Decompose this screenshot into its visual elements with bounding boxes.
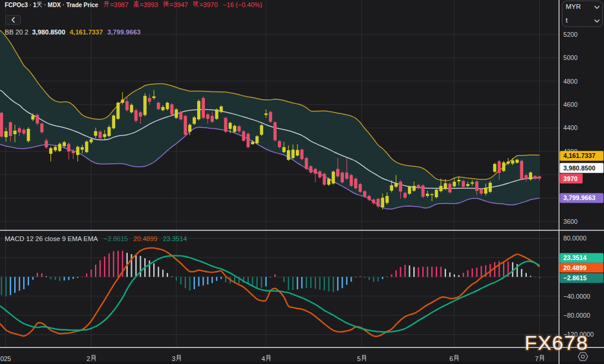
svg-text:3,980.8500: 3,980.8500	[564, 164, 596, 172]
svg-text:3: 3	[172, 355, 175, 362]
svg-text:·: ·	[42, 2, 48, 8]
svg-text:=3993: =3993	[140, 1, 158, 8]
svg-text:Trade Price: Trade Price	[66, 2, 98, 8]
svg-text:3,799.9663: 3,799.9663	[107, 29, 141, 36]
svg-text:FCPOc3: FCPOc3	[5, 2, 28, 8]
svg-text:·: ·	[28, 2, 33, 8]
svg-text:20.4899: 20.4899	[564, 264, 587, 271]
svg-text:5200: 5200	[564, 31, 578, 38]
svg-text:2025: 2025	[0, 355, 11, 362]
svg-text:6: 6	[450, 355, 453, 362]
svg-text:5000: 5000	[564, 54, 578, 61]
svg-text:3,799.9663: 3,799.9663	[564, 194, 596, 201]
svg-text:4,161.7337: 4,161.7337	[564, 152, 596, 159]
svg-text:−16 (−0.40%): −16 (−0.40%)	[223, 1, 263, 8]
svg-text:20.4899: 20.4899	[134, 235, 157, 242]
svg-text:7: 7	[535, 355, 539, 362]
svg-text:·: ·	[61, 2, 67, 8]
svg-text:4800: 4800	[564, 78, 578, 85]
svg-text:1: 1	[33, 2, 37, 8]
svg-text:4,161.7337: 4,161.7337	[69, 29, 103, 36]
svg-text:3600: 3600	[564, 218, 578, 225]
svg-text:2: 2	[87, 355, 90, 362]
svg-text:23.3514: 23.3514	[163, 235, 186, 242]
svg-text:MACD 12 26 close 9 EMA EMA: MACD 12 26 close 9 EMA EMA	[5, 235, 98, 242]
svg-text:−40.0000: −40.0000	[564, 293, 590, 300]
svg-text:5: 5	[357, 355, 360, 362]
svg-text:23.3514: 23.3514	[564, 254, 587, 261]
svg-text:4600: 4600	[564, 101, 578, 108]
svg-text:MYR: MYR	[566, 3, 581, 10]
svg-text:BB 20 2: BB 20 2	[5, 29, 29, 36]
svg-text:MDX: MDX	[48, 2, 61, 8]
svg-text:3970: 3970	[564, 175, 578, 182]
svg-text:3,980.8500: 3,980.8500	[32, 29, 65, 36]
svg-text:FX678: FX678	[524, 331, 589, 354]
svg-text:80.0000: 80.0000	[564, 235, 587, 242]
svg-text:=3970: =3970	[200, 1, 218, 8]
svg-text:=3987: =3987	[110, 1, 128, 8]
svg-text:4400: 4400	[564, 124, 578, 131]
svg-text:−80.0000: −80.0000	[564, 312, 590, 319]
svg-text:−2.8615: −2.8615	[104, 235, 128, 242]
svg-text:4: 4	[261, 355, 265, 362]
svg-text:=3947: =3947	[170, 1, 188, 8]
svg-text:−2.8615: −2.8615	[564, 274, 587, 281]
